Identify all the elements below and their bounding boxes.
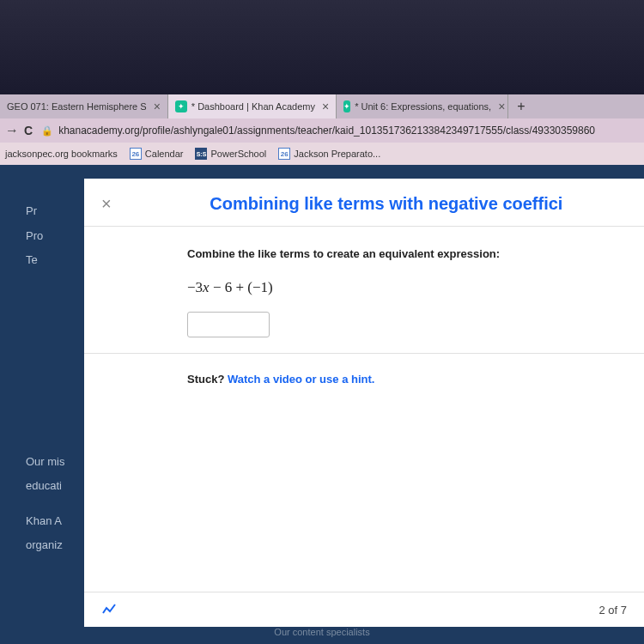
browser-tabs-bar: GEO 071: Eastern Hemisphere S × ✦ * Dash… <box>0 94 644 118</box>
stuck-label: Stuck? <box>187 373 228 386</box>
browser-window: GEO 071: Eastern Hemisphere S × ✦ * Dash… <box>0 94 644 165</box>
powerschool-icon: S:S <box>195 148 207 160</box>
sidebar-partial-top: Pr Pro Te <box>26 199 43 273</box>
zigzag-icon[interactable] <box>101 601 118 618</box>
tab-label: * Unit 6: Expressions, equations, <box>355 101 491 112</box>
bookmark-label: Jackson Preparato... <box>294 149 380 159</box>
close-icon[interactable]: × <box>154 100 161 113</box>
hint-link[interactable]: Watch a video or use a hint. <box>228 373 374 386</box>
tab-label: * Dashboard | Khan Academy <box>191 101 315 112</box>
close-icon[interactable]: × <box>322 100 329 113</box>
math-expression: −3x − 6 + (−1) <box>187 279 627 296</box>
modal-header: × Combining like terms with negative coe… <box>84 179 644 227</box>
tab-dashboard[interactable]: ✦ * Dashboard | Khan Academy × <box>168 94 337 118</box>
exercise-modal: × Combining like terms with negative coe… <box>84 179 644 627</box>
close-icon[interactable]: × <box>101 194 112 214</box>
khan-icon: ✦ <box>175 100 187 112</box>
lock-icon: 🔒 <box>41 125 53 137</box>
bookmark-jackson-prep[interactable]: 26 Jackson Preparato... <box>278 148 380 160</box>
exercise-prompt: Combine the like terms to create an equi… <box>187 247 627 260</box>
answer-input[interactable] <box>187 312 270 337</box>
reload-icon[interactable]: C <box>24 124 33 137</box>
bookmark-label: jacksonpec.org bookmarks <box>5 149 118 159</box>
spacer <box>84 404 644 592</box>
khan-icon: ✦ <box>343 100 350 112</box>
forward-icon[interactable]: → <box>5 123 19 138</box>
tab-unit6[interactable]: ✦ * Unit 6: Expressions, equations, × <box>337 94 508 118</box>
tab-geo[interactable]: GEO 071: Eastern Hemisphere S × <box>0 94 168 118</box>
calendar-icon: 26 <box>130 148 142 160</box>
exercise-title: Combining like terms with negative coeff… <box>146 194 627 214</box>
bookmark-label: Calendar <box>145 149 184 159</box>
url-text[interactable]: khanacademy.org/profile/ashlyngale01/ass… <box>58 125 639 137</box>
address-bar: → C 🔒 khanacademy.org/profile/ashlyngale… <box>0 118 644 143</box>
exercise-body: Combine the like terms to create an equi… <box>84 227 644 354</box>
bookmarks-bar: jacksonpec.org bookmarks 26 Calendar S:S… <box>0 143 644 165</box>
close-icon[interactable]: × <box>498 100 505 113</box>
progress-indicator: 2 of 7 <box>598 604 627 617</box>
new-tab-button[interactable]: + <box>508 99 533 114</box>
laptop-bezel-top <box>0 0 644 94</box>
footer-text: Our content specialists <box>274 627 369 637</box>
bookmark-calendar[interactable]: 26 Calendar <box>130 148 184 160</box>
jackson-icon: 26 <box>278 148 290 160</box>
tab-label: GEO 071: Eastern Hemisphere S <box>7 101 147 112</box>
hint-section: Stuck? Watch a video or use a hint. <box>84 354 644 404</box>
modal-footer: 2 of 7 <box>84 592 644 627</box>
bookmark-powerschool[interactable]: S:S PowerSchool <box>195 148 266 160</box>
bookmark-jackson[interactable]: jacksonpec.org bookmarks <box>5 149 118 159</box>
bookmark-label: PowerSchool <box>210 149 266 159</box>
sidebar-partial-bottom: Our mis educati Khan A organiz <box>26 450 65 558</box>
